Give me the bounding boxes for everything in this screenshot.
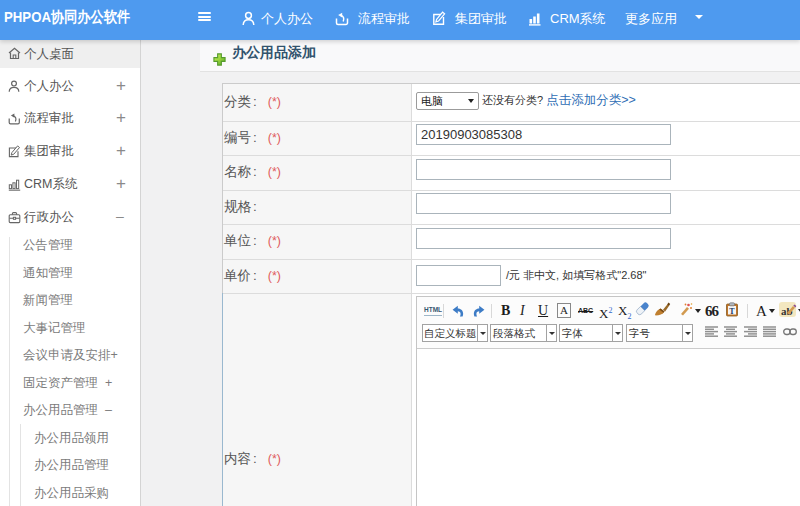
- svg-text:T: T: [729, 307, 735, 316]
